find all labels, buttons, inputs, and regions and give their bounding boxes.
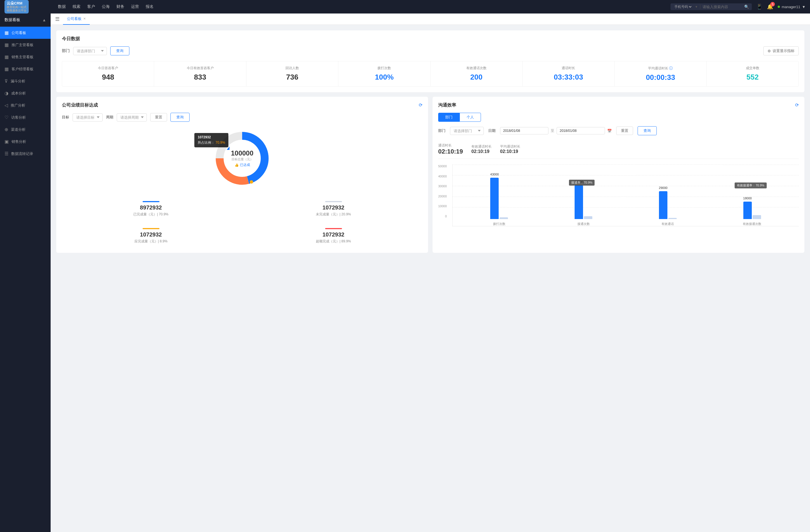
sidebar-item-label: 公司看板	[12, 30, 26, 35]
nav-leads[interactable]: 线索	[72, 3, 80, 11]
promo-analysis-icon: ◁	[4, 103, 8, 108]
sidebar-title: 数据看板	[4, 17, 20, 22]
stat-new-customers: 今日首咨客户 948	[62, 61, 154, 86]
bar-effective-secondary	[668, 218, 677, 219]
target-reset-button[interactable]: 重置	[150, 113, 167, 121]
target-select[interactable]: 请选择目标	[72, 113, 103, 121]
sidebar-item-cost[interactable]: ◑ 成本分析	[0, 87, 51, 99]
search-input[interactable]	[702, 5, 742, 9]
sidebar-item-channel[interactable]: ⊕ 渠道分析	[0, 123, 51, 135]
tab-dept-button[interactable]: 部门	[438, 113, 459, 122]
user-dropdown-icon[interactable]: ▼	[802, 5, 806, 9]
y-label-0: 0	[445, 215, 447, 218]
date-from-input[interactable]	[500, 127, 548, 134]
settings-button[interactable]: ⚙ 设置显示指标	[763, 46, 799, 55]
stat-label: 平均通话时长 ⓘ	[618, 66, 703, 71]
over-complete-bar	[325, 228, 342, 229]
settings-icon: ⚙	[767, 49, 771, 53]
search-type-select[interactable]: 手机号码	[673, 4, 693, 9]
stat-value: 736	[250, 73, 335, 82]
donut-center: 100000 目标总量（元） 👍 已达成	[231, 149, 254, 167]
online-indicator	[778, 6, 780, 8]
sidebar-item-visitor[interactable]: ♡ 访客分析	[0, 111, 51, 123]
efficiency-refresh-icon[interactable]: ⟳	[795, 102, 799, 108]
sidebar-item-promo-analysis[interactable]: ◁ 推广分析	[0, 99, 51, 111]
tab-company-board[interactable]: 公司看板 ✕	[63, 14, 90, 25]
promo-icon: ▦	[4, 42, 9, 48]
username: manager11	[782, 5, 800, 9]
call-duration-value: 02:10:19	[438, 148, 463, 155]
bar-eff-connect-secondary	[752, 215, 761, 219]
y-label-30000: 30000	[438, 184, 447, 188]
eff-reset-button[interactable]: 重置	[616, 127, 633, 135]
sidebar-item-promo[interactable]: ▦ 推广主管看板	[0, 39, 51, 51]
sidebar-item-data-flow[interactable]: ☰ 数据流转记录	[0, 148, 51, 160]
call-duration-group: 通话时长 02:10:19	[438, 143, 463, 155]
eff-dept-select[interactable]: 请选择部门	[450, 127, 484, 135]
bar-group-dial: 43000 拨打次数	[458, 166, 540, 226]
nav-ops[interactable]: 运营	[131, 3, 139, 11]
bar-connect-x-label: 接通次数	[578, 222, 590, 226]
completed-desc: 已完成量（元）| 70.9%	[65, 212, 237, 217]
search-icon[interactable]: 🔍	[744, 4, 749, 9]
completed-stat: 8972932 已完成量（元）| 70.9%	[62, 198, 240, 220]
sidebar-item-funnel[interactable]: ⊽ 漏斗分析	[0, 75, 51, 87]
user-info[interactable]: manager11 ▼	[778, 5, 806, 9]
stat-effective-calls: 有效通话次数 200	[431, 61, 522, 86]
tab-personal-button[interactable]: 个人	[459, 113, 481, 122]
target-query-button[interactable]: 查询	[171, 113, 190, 122]
bar-group-connect: 35000 接通率：70.9% 接通次数	[542, 166, 625, 226]
today-query-button[interactable]: 查询	[110, 46, 129, 55]
sidebar-item-sales-mgr[interactable]: ▦ 销售主管看板	[0, 51, 51, 63]
nav-register[interactable]: 报名	[146, 3, 153, 11]
dept-filter-label: 部门	[62, 48, 70, 53]
bar-chart-area: 43000 拨打次数	[452, 165, 799, 226]
stat-label: 今日有效首咨客户	[158, 66, 242, 70]
tab-menu-button[interactable]: ☰	[55, 16, 60, 22]
stat-value: 100%	[342, 73, 427, 82]
sidebar-item-label: 漏斗分析	[11, 79, 25, 84]
today-data-card: 今日数据 部门 请选择部门 查询 ⚙ 设置显示指标	[56, 30, 804, 92]
y-label-40000: 40000	[438, 174, 447, 178]
tab-close-icon[interactable]: ✕	[83, 17, 86, 20]
cost-icon: ◑	[4, 90, 9, 96]
sidebar-item-label: 销售主管看板	[12, 54, 33, 60]
bar-effective-label: 29000	[659, 186, 668, 189]
nav-sea[interactable]: 公海	[102, 3, 110, 11]
date-to-input[interactable]	[556, 127, 605, 134]
stat-call-duration: 通话时长 03:33:03	[522, 61, 614, 86]
target-stats-grid: 8972932 已完成量（元）| 70.9% 1072932 未完成量（元）| …	[62, 198, 422, 247]
target-panel: 公司业绩目标达成 ⟳ 目标 请选择目标 周期 请选择周期 重置 查询	[56, 97, 428, 253]
nav-finance[interactable]: 财务	[116, 3, 124, 11]
bell-icon[interactable]: 🔔 5	[767, 4, 773, 10]
stat-value: 200	[434, 73, 519, 82]
settings-label: 设置显示指标	[773, 48, 795, 53]
completed-bar	[143, 201, 160, 202]
stat-effective-customers: 今日有效首咨客户 833	[154, 61, 246, 86]
bar-group-effective: 29000 有效通话	[627, 166, 709, 226]
target-refresh-icon[interactable]: ⟳	[419, 102, 422, 108]
bar-dial-x-label: 拨打次数	[493, 222, 505, 226]
period-select[interactable]: 请选择周期	[117, 113, 147, 121]
visitor-icon: ♡	[4, 115, 9, 120]
dept-select[interactable]: 请选择部门	[73, 47, 107, 55]
sidebar-item-company[interactable]: ▦ 公司看板	[0, 27, 51, 39]
sidebar-header: 数据看板 ▲	[0, 14, 51, 27]
stat-deals: 成交单数 552	[707, 61, 798, 86]
stat-value: 00:00:33	[618, 73, 703, 82]
phone-icon[interactable]: 📱	[756, 4, 762, 10]
sidebar-item-customer-mgr[interactable]: ▦ 客户经理看板	[0, 63, 51, 75]
eff-query-button[interactable]: 查询	[637, 126, 657, 135]
funnel-icon: ⊽	[4, 79, 8, 84]
data-flow-icon: ☰	[4, 151, 9, 156]
svg-point-3	[250, 180, 253, 184]
bar-dial-label: 43000	[490, 173, 499, 176]
y-axis: 50000 40000 30000 20000 10000 0	[438, 165, 449, 218]
nav-data[interactable]: 数据	[58, 3, 66, 11]
sidebar-item-sales-analysis[interactable]: ▣ 销售分析	[0, 135, 51, 148]
nav-customer[interactable]: 客户	[87, 3, 95, 11]
notification-badge: 5	[770, 2, 775, 6]
sidebar-collapse-icon[interactable]: ▲	[42, 18, 46, 22]
today-data-title: 今日数据	[62, 36, 799, 42]
calendar-icon[interactable]: 📅	[607, 129, 612, 133]
